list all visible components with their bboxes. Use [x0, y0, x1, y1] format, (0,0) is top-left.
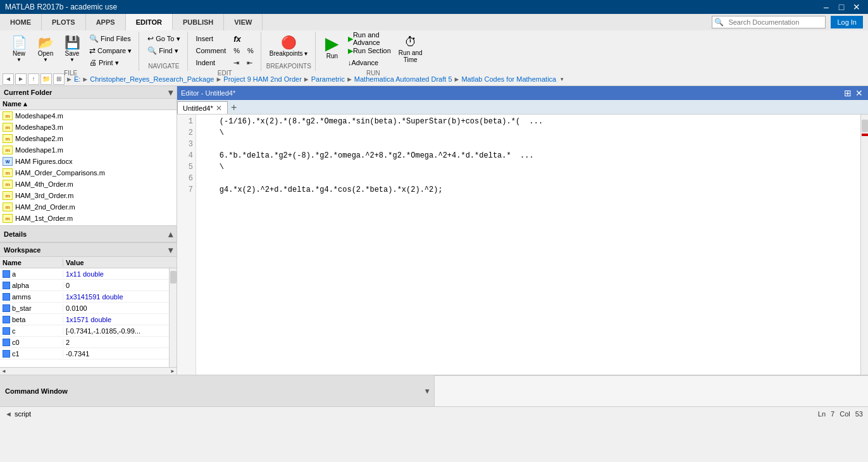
indent-btn2[interactable]: ⇤ — [244, 57, 256, 68]
file-list-item[interactable]: WHAM Figures.docx — [0, 156, 177, 167]
run-button[interactable]: ▶ Run — [321, 33, 344, 61]
workspace-row[interactable]: c1-0.7341 — [0, 348, 169, 359]
tab-editor[interactable]: EDITOR — [126, 14, 173, 30]
open-button[interactable]: 📂 Open ▼ — [33, 33, 58, 65]
workspace-row[interactable]: beta1x1571 double — [0, 314, 169, 325]
status-arrow-icon: ◄ — [5, 410, 12, 418]
breadcrumb-project[interactable]: Project 9 HAM 2nd Order — [223, 75, 302, 83]
run-icon: ▶ — [325, 35, 339, 53]
compare-button[interactable]: ⇄Compare ▾ — [86, 45, 135, 56]
save-button[interactable]: 💾 Save ▼ — [59, 33, 85, 65]
forward-button[interactable]: ► — [15, 73, 27, 85]
details-collapse[interactable]: ▴ — [168, 230, 173, 239]
run-section-button[interactable]: ▶ Run Section — [345, 45, 394, 56]
advance-button[interactable]: ↓ Advance — [345, 57, 394, 68]
tab-plots[interactable]: PLOTS — [42, 14, 86, 30]
breadcrumb-matlab-codes[interactable]: Matlab Codes for Mathematica — [461, 75, 556, 83]
save-dropdown-icon: ▼ — [70, 57, 75, 63]
breakpoints-button[interactable]: 🔴 Breakpoints ▾ — [266, 33, 311, 59]
indent-btn1[interactable]: ⇥ — [230, 57, 242, 68]
file-list-item[interactable]: mModeshape1.m — [0, 144, 177, 156]
file-list-item[interactable]: mHAM_Order_Comparisons.m — [0, 167, 177, 178]
minimize-button[interactable]: – — [820, 1, 833, 13]
insert-label: Insert — [193, 33, 230, 44]
editor-tab-add[interactable]: + — [228, 101, 240, 114]
breadcrumb-dropdown[interactable]: ▾ — [557, 73, 566, 85]
run-time-button[interactable]: ⏱ Run and Time — [395, 33, 426, 65]
tab-publish[interactable]: PUBLISH — [173, 14, 224, 30]
code-line — [201, 173, 855, 184]
tab-view[interactable]: VIEW — [224, 14, 263, 30]
print-icon: 🖨 — [89, 58, 97, 67]
file-list-header[interactable]: Name ▴ — [0, 99, 177, 110]
fx-button[interactable]: fx — [230, 33, 257, 44]
file-list[interactable]: Name ▴ mModeshape4.mmModeshape3.mmModesh… — [0, 99, 177, 225]
editor-tab-untitled4[interactable]: Untitled4* ✕ — [177, 101, 228, 114]
editor-scrollbar[interactable] — [860, 115, 868, 375]
file-list-item[interactable]: mModeshape4.m — [0, 110, 177, 122]
workspace-row[interactable]: amms1x3141591 double — [0, 291, 169, 303]
search-input[interactable] — [726, 18, 821, 26]
ws-scroll-left[interactable]: ◄ — [0, 367, 8, 375]
up-button[interactable]: ↑ — [28, 73, 39, 85]
print-button[interactable]: 🖨Print ▾ — [86, 57, 135, 68]
browse-button[interactable]: ⊞ — [53, 73, 65, 85]
workspace-table-header: Name Value — [0, 257, 177, 268]
ribbon-group-run: ▶ Run ▶ Run and Advance ▶ Run Section ↓ … — [317, 32, 430, 71]
back-button[interactable]: ◄ — [3, 73, 14, 85]
goto-button[interactable]: ↩Go To ▾ — [144, 33, 183, 44]
command-window-options[interactable]: ▾ — [425, 387, 429, 396]
file-list-item[interactable]: mHAM_1st_Order.m — [0, 213, 177, 224]
editor-close-btn[interactable]: ✕ — [854, 88, 864, 98]
breadcrumb-e[interactable]: E: — [74, 75, 80, 83]
editor-tab-label: Untitled4* — [183, 104, 213, 112]
file-list-item[interactable]: mHAM_2nd_Order.m — [0, 201, 177, 213]
workspace-scrollbar[interactable] — [169, 268, 177, 367]
editor-scrollbar-thumb[interactable] — [862, 120, 868, 132]
editor-tab-close[interactable]: ✕ — [216, 104, 222, 113]
workspace-row[interactable]: a1x11 double — [0, 268, 169, 280]
percent-button[interactable]: % — [230, 45, 243, 56]
code-line: (-1/16).*x(2).*(8.*g2.*Omega.*sin(beta).… — [201, 116, 855, 127]
comment-icon2: % — [247, 47, 254, 54]
tab-home[interactable]: HOME — [0, 14, 42, 30]
workspace-row[interactable]: c02 — [0, 337, 169, 348]
ws-scroll-right[interactable]: ► — [169, 367, 177, 375]
tab-apps[interactable]: APPS — [86, 14, 126, 30]
breadcrumb-mathematica[interactable]: Mathematica Automated Draft 5 — [354, 75, 452, 83]
login-button[interactable]: Log In — [831, 16, 863, 28]
find-files-button[interactable]: 🔍Find Files — [86, 33, 135, 44]
workspace-row[interactable]: b_star0.0100 — [0, 303, 169, 314]
search-box[interactable]: 🔍 — [712, 16, 826, 28]
find-button[interactable]: 🔍Find ▾ — [144, 45, 183, 56]
maximize-button[interactable]: □ — [835, 1, 848, 13]
main-layout: Current Folder ▾ Name ▴ mModeshape4.mmMo… — [0, 86, 868, 375]
file-name: HAM_2nd_Order.m — [15, 203, 75, 211]
comment-btn2[interactable]: % — [244, 45, 257, 56]
workspace-row[interactable]: c[-0.7341,-1.0185,-0.99... — [0, 325, 169, 337]
file-list-item[interactable]: mModeshape2.m — [0, 133, 177, 144]
breakpoints-group-label: BREAKPOINTS — [266, 63, 311, 70]
workspace-name-col: Name — [0, 259, 63, 266]
close-button[interactable]: ✕ — [850, 1, 863, 13]
new-button[interactable]: 📄 New ▼ — [6, 33, 32, 65]
breadcrumb-parametric[interactable]: Parametric — [311, 75, 345, 83]
run-advance-button[interactable]: ▶ Run and Advance — [345, 33, 394, 44]
current-folder-close[interactable]: ▾ — [168, 88, 173, 97]
file-list-item[interactable]: mModeshape3.m — [0, 122, 177, 133]
breadcrumb-research[interactable]: Christopher_Reyes_Research_Package — [90, 75, 214, 83]
workspace-row[interactable]: alpha0 — [0, 280, 169, 291]
code-editor: 1 2 3 4 5 6 7 (-1/16).*x(2).*(8.*g2.*Ome… — [177, 114, 868, 375]
workspace-options[interactable]: ▾ — [168, 246, 173, 254]
code-content[interactable]: (-1/16).*x(2).*(8.*g2.*Omega.*sin(beta).… — [196, 115, 860, 375]
comment-label: Comment — [193, 45, 230, 56]
workspace-scrollbar-thumb[interactable] — [170, 271, 177, 284]
file-list-item[interactable]: mHAM_4th_Order.m — [0, 178, 177, 190]
var-icon — [3, 270, 10, 278]
var-icon — [3, 316, 10, 323]
var-icon — [3, 304, 10, 312]
file-list-item[interactable]: mHAM_3rd_Order.m — [0, 190, 177, 201]
editor-undock-btn[interactable]: ⊞ — [843, 88, 853, 98]
line-num-4: 4 — [180, 150, 193, 161]
ribbon-right: 🔍 Log In — [712, 14, 868, 30]
